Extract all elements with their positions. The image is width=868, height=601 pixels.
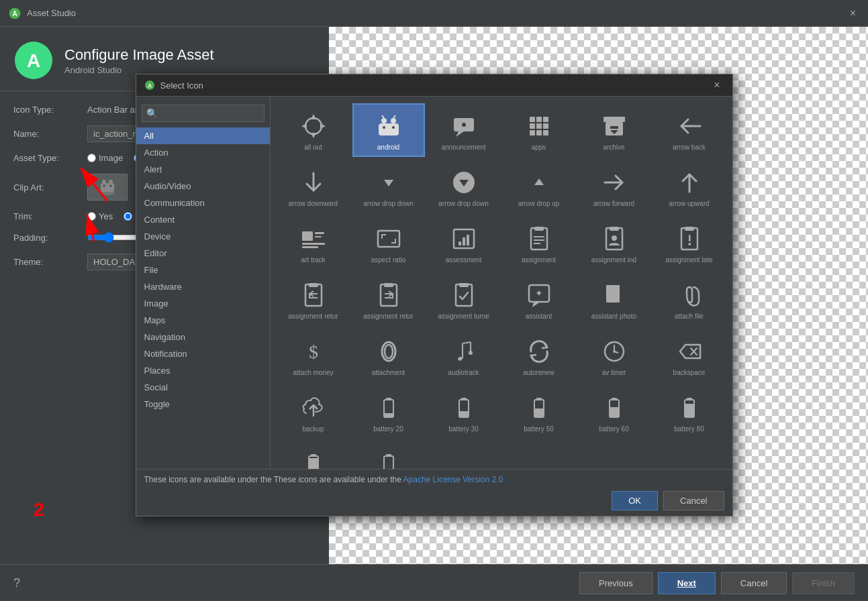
icon-battery-60[interactable]: battery 60 <box>578 385 650 439</box>
attach-money-icon: $ <box>299 337 328 366</box>
svg-rect-108 <box>535 408 543 417</box>
svg-rect-61 <box>463 237 465 245</box>
attachment-icon <box>374 337 403 366</box>
category-image[interactable]: Image <box>136 295 270 312</box>
ok-button[interactable]: OK <box>612 491 658 510</box>
category-maps[interactable]: Maps <box>136 312 270 329</box>
svg-rect-41 <box>604 117 625 122</box>
icon-audiotrack[interactable]: audiotrack <box>428 329 500 382</box>
category-social[interactable]: Social <box>136 379 270 396</box>
dialog-close-button[interactable]: × <box>710 78 724 93</box>
icon-battery-alert[interactable]: battery alert <box>352 441 425 469</box>
svg-rect-64 <box>534 227 544 231</box>
select-icon-dialog: A Select Icon × 🔍 All Action Alert Audio… <box>136 74 733 516</box>
battery-50-icon <box>524 393 554 423</box>
category-communication[interactable]: Communication <box>136 195 270 211</box>
category-places[interactable]: Places <box>136 362 270 379</box>
assignment-ind-icon <box>599 224 629 254</box>
category-hardware[interactable]: Hardware <box>136 278 270 295</box>
help-icon[interactable]: ? <box>13 576 20 590</box>
cancel-dialog-button[interactable]: Cancel <box>663 491 724 510</box>
icon-assignment-turned[interactable]: assignment turne <box>428 272 500 326</box>
arrow-back-icon <box>675 111 704 141</box>
svg-rect-66 <box>534 239 544 241</box>
icon-arrow-drop-down[interactable]: arrow drop down <box>352 160 425 213</box>
battery-60-icon <box>599 393 629 423</box>
icon-battery-80[interactable]: battery 80 <box>653 385 726 439</box>
icon-arrow-back[interactable]: arrow back <box>653 103 726 157</box>
assignment-return2-icon <box>374 280 403 310</box>
category-action[interactable]: Action <box>136 144 270 161</box>
category-all[interactable]: All <box>136 127 270 144</box>
assistant-icon: ✦ <box>524 280 554 310</box>
icon-aspect-ratio[interactable]: aspect ratio <box>352 216 425 270</box>
icon-all-out[interactable]: all out <box>277 103 350 157</box>
svg-point-22 <box>391 118 396 123</box>
arrow-drop-up-icon <box>524 168 554 197</box>
icon-assignment-return[interactable]: assignment retur <box>277 272 350 326</box>
icon-arrow-drop-up[interactable]: arrow drop up <box>503 160 575 213</box>
icon-backup[interactable]: backup <box>277 385 350 439</box>
icon-attachment[interactable]: attachment <box>352 329 425 382</box>
icon-arrow-upward[interactable]: arrow upward <box>653 160 726 213</box>
category-navigation[interactable]: Navigation <box>136 329 270 345</box>
license-link[interactable]: Apache License Version 2.0 <box>403 475 503 484</box>
category-toggle[interactable]: Toggle <box>136 396 270 413</box>
icon-arrow-forward[interactable]: arrow forward <box>578 160 650 213</box>
svg-rect-35 <box>530 123 535 129</box>
svg-line-24 <box>393 115 395 118</box>
dialog-app-icon: A <box>144 80 155 91</box>
battery-90-icon <box>299 449 328 469</box>
icon-art-track[interactable]: art track <box>277 216 350 270</box>
svg-rect-33 <box>536 117 542 122</box>
finish-button[interactable]: Finish <box>792 572 855 594</box>
svg-rect-72 <box>685 227 694 231</box>
category-file[interactable]: File <box>136 262 270 278</box>
icon-av-timer[interactable]: av timer <box>578 329 650 382</box>
svg-rect-104 <box>461 398 467 400</box>
icon-android[interactable]: android <box>352 103 425 157</box>
category-device[interactable]: Device <box>136 228 270 245</box>
icon-battery-90[interactable]: battery 90 <box>277 441 350 469</box>
svg-rect-27 <box>380 130 383 135</box>
category-editor[interactable]: Editor <box>136 245 270 262</box>
bottom-bar: ? Previous Next Cancel Finish <box>0 564 868 601</box>
icon-battery-20[interactable]: battery 20 <box>352 385 425 439</box>
av-timer-icon <box>599 337 629 366</box>
svg-rect-62 <box>467 235 469 245</box>
svg-line-23 <box>382 115 384 118</box>
icon-assistant-photo[interactable]: assistant photo <box>578 272 650 326</box>
icon-assignment-return2[interactable]: assignment retur <box>352 272 425 326</box>
icon-attach-money[interactable]: $ attach money <box>277 329 350 382</box>
icon-attach-file[interactable]: attach file <box>653 272 726 326</box>
category-alert[interactable]: Alert <box>136 161 270 178</box>
category-notification[interactable]: Notification <box>136 345 270 362</box>
search-icon: 🔍 <box>146 108 158 119</box>
search-input[interactable] <box>160 109 261 118</box>
icon-backspace[interactable]: backspace <box>653 329 726 382</box>
icon-assignment[interactable]: assignment <box>503 216 575 270</box>
cancel-bottom-button[interactable]: Cancel <box>721 572 787 594</box>
battery-30-icon <box>449 393 479 423</box>
svg-text:A: A <box>147 83 152 89</box>
category-audio-video[interactable]: Audio/Video <box>136 178 270 195</box>
icon-assistant[interactable]: ✦ assistant <box>503 272 575 326</box>
previous-button[interactable]: Previous <box>579 572 653 594</box>
icon-arrow-downward[interactable]: arrow downward <box>277 160 350 213</box>
category-content[interactable]: Content <box>136 211 270 228</box>
icon-battery-30[interactable]: battery 30 <box>428 385 500 439</box>
icon-announcement[interactable]: announcement <box>428 103 500 157</box>
icon-battery-50[interactable]: battery 50 <box>503 385 575 439</box>
svg-rect-58 <box>378 231 399 247</box>
icon-autorenew[interactable]: autorenew <box>503 329 575 382</box>
icon-assessment[interactable]: assessment <box>428 216 500 270</box>
svg-rect-53 <box>302 231 313 241</box>
icon-archive[interactable]: archive <box>578 103 650 157</box>
icon-apps[interactable]: apps <box>503 103 575 157</box>
dialog-overlay: A Select Icon × 🔍 All Action Alert Audio… <box>0 0 868 564</box>
icon-assignment-ind[interactable]: assignment ind <box>578 216 650 270</box>
next-button[interactable]: Next <box>658 572 716 594</box>
icon-assignment-late[interactable]: assignment late <box>653 216 726 270</box>
icon-arrow-drop-down-circle[interactable]: arrow drop down <box>428 160 500 213</box>
icon-grid-panel[interactable]: all out android announcement <box>271 97 732 469</box>
